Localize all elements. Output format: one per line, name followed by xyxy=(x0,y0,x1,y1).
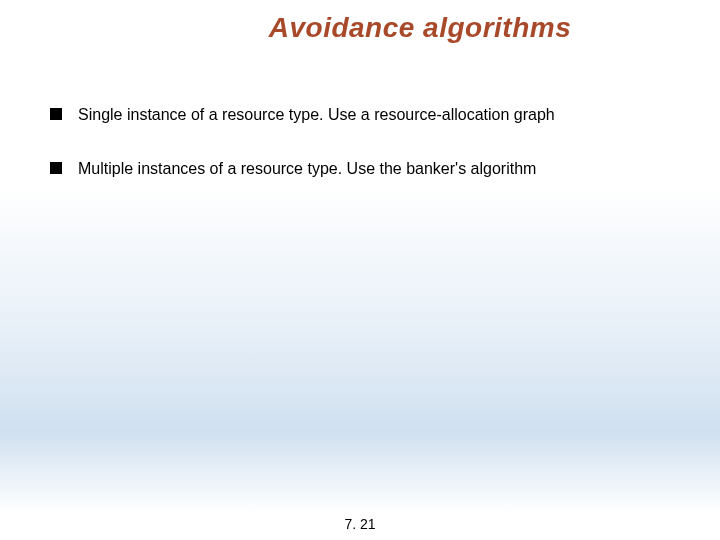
bullet-item: Multiple instances of a resource type. U… xyxy=(50,158,670,180)
bullet-square-icon xyxy=(50,162,62,174)
bullet-text: Single instance of a resource type. Use … xyxy=(78,104,555,126)
slide-title: Avoidance algorithms xyxy=(0,0,720,44)
bullet-square-icon xyxy=(50,108,62,120)
bullet-text: Multiple instances of a resource type. U… xyxy=(78,158,536,180)
page-number: 7. 21 xyxy=(344,516,375,532)
bullet-item: Single instance of a resource type. Use … xyxy=(50,104,670,126)
slide-content: Single instance of a resource type. Use … xyxy=(0,44,720,181)
